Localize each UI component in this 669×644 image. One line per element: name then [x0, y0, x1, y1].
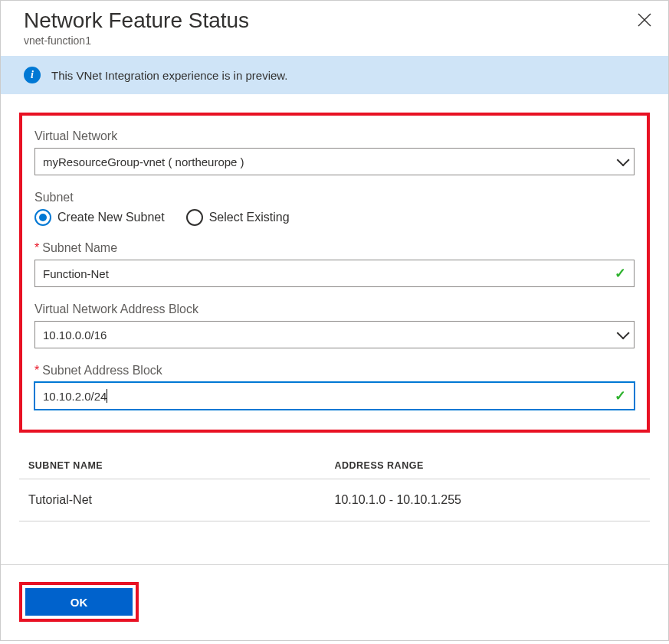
close-icon[interactable]: [636, 8, 653, 34]
vnet-block-value: 10.10.0.0/16: [43, 329, 107, 342]
panel-header: Network Feature Status vnet-function1: [1, 1, 668, 56]
form-highlight-box: Virtual Network myResourceGroup-vnet ( n…: [19, 113, 650, 433]
table-row: Tutorial-Net 10.10.1.0 - 10.10.1.255: [19, 479, 650, 521]
validation-check-icon: ✓: [615, 387, 626, 404]
radio-create-new-subnet[interactable]: Create New Subnet: [34, 209, 165, 226]
subnet-mode-field: Subnet Create New Subnet Select Existing: [34, 191, 635, 226]
subnet-name-label: *Subnet Name: [34, 241, 635, 255]
chevron-down-icon: [617, 326, 630, 339]
required-marker: *: [34, 241, 39, 254]
panel-title: Network Feature Status: [24, 8, 249, 33]
form-content: Virtual Network myResourceGroup-vnet ( n…: [1, 94, 668, 540]
cell-address-range: 10.10.1.0 - 10.10.1.255: [335, 493, 651, 507]
radio-existing-label: Select Existing: [209, 211, 290, 224]
radio-create-label: Create New Subnet: [57, 211, 165, 224]
cell-subnet-name: Tutorial-Net: [19, 493, 335, 507]
subnet-table: SUBNET NAME ADDRESS RANGE Tutorial-Net 1…: [19, 453, 650, 521]
column-header-name: SUBNET NAME: [19, 460, 335, 471]
chevron-down-icon: [617, 153, 630, 166]
text-cursor: [107, 389, 107, 403]
network-feature-panel: Network Feature Status vnet-function1 i …: [0, 0, 669, 641]
info-icon: i: [24, 67, 41, 83]
info-bar: i This VNet Integration experience is in…: [1, 56, 668, 94]
column-header-range: ADDRESS RANGE: [335, 460, 651, 471]
subnet-block-input[interactable]: 10.10.2.0/24 ✓: [34, 382, 635, 410]
vnet-label: Virtual Network: [34, 129, 635, 143]
subnet-name-value: Function-Net: [43, 267, 109, 280]
ok-button[interactable]: OK: [25, 588, 133, 616]
ok-highlight-box: OK: [19, 582, 139, 622]
subnet-block-field: *Subnet Address Block 10.10.2.0/24 ✓: [34, 364, 635, 410]
radio-select-existing[interactable]: Select Existing: [186, 209, 290, 226]
required-marker: *: [34, 364, 39, 377]
subnet-name-field: *Subnet Name Function-Net ✓: [34, 241, 635, 287]
table-header: SUBNET NAME ADDRESS RANGE: [19, 453, 650, 479]
info-message: This VNet Integration experience is in p…: [51, 69, 288, 82]
subnet-block-value: 10.10.2.0/24: [43, 390, 107, 403]
validation-check-icon: ✓: [615, 265, 626, 282]
subnet-block-label: *Subnet Address Block: [34, 364, 635, 378]
subnet-mode-label: Subnet: [34, 191, 635, 204]
vnet-value: myResourceGroup-vnet ( northeurope ): [43, 155, 244, 168]
panel-footer: OK: [1, 564, 668, 640]
panel-subtitle: vnet-function1: [24, 34, 249, 47]
vnet-select[interactable]: myResourceGroup-vnet ( northeurope ): [34, 148, 635, 175]
vnet-block-label: Virtual Network Address Block: [34, 302, 635, 316]
radio-button-icon: [34, 209, 51, 226]
vnet-block-field: Virtual Network Address Block 10.10.0.0/…: [34, 302, 635, 348]
vnet-block-select[interactable]: 10.10.0.0/16: [34, 321, 635, 348]
radio-button-icon: [186, 209, 203, 226]
subnet-name-input[interactable]: Function-Net ✓: [34, 260, 635, 287]
vnet-field: Virtual Network myResourceGroup-vnet ( n…: [34, 129, 635, 175]
